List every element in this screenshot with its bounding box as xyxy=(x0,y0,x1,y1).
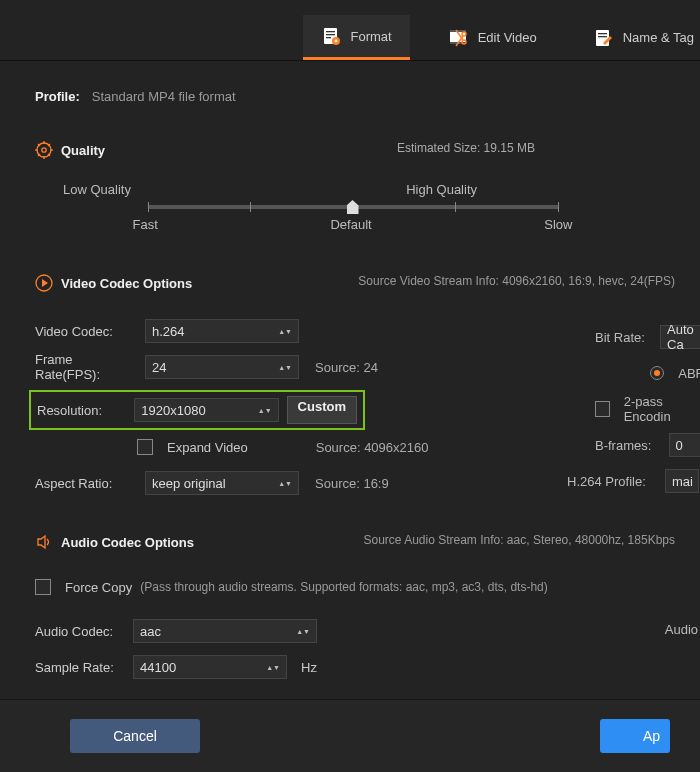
force-copy-hint: (Pass through audio streams. Supported f… xyxy=(140,580,548,594)
chevron-updown-icon: ▲▼ xyxy=(258,408,272,413)
chevron-updown-icon: ▲▼ xyxy=(278,365,292,370)
low-quality-label: Low Quality xyxy=(63,182,131,197)
format-icon xyxy=(321,25,343,47)
chevron-updown-icon: ▲▼ xyxy=(278,481,292,486)
two-pass-label: 2-pass Encodin xyxy=(624,394,700,424)
apply-label: Ap xyxy=(643,728,660,744)
cancel-button[interactable]: Cancel xyxy=(70,719,200,753)
chevron-updown-icon: ▲▼ xyxy=(266,665,280,670)
audio-source-info: Source Audio Stream Info: aac, Stereo, 4… xyxy=(363,533,675,547)
expand-video-label: Expand Video xyxy=(167,440,248,455)
bitrate-value: Auto Ca xyxy=(667,322,698,352)
sample-rate-select[interactable]: 44100 ▲▼ xyxy=(133,655,287,679)
speaker-icon xyxy=(35,533,53,551)
svg-point-17 xyxy=(42,148,46,152)
audio-codec-heading: Audio Codec Options xyxy=(35,533,194,551)
scissors-icon xyxy=(448,27,470,49)
estimated-size: Estimated Size: 19.15 MB xyxy=(397,141,535,155)
resolution-label: Resolution: xyxy=(37,403,126,418)
slow-label: Slow xyxy=(544,217,572,232)
tab-label: Name & Tag xyxy=(623,30,694,45)
sample-rate-value: 44100 xyxy=(140,660,176,675)
svg-rect-1 xyxy=(326,31,335,32)
tab-label: Edit Video xyxy=(478,30,537,45)
aspect-ratio-select[interactable]: keep original ▲▼ xyxy=(145,471,299,495)
force-copy-checkbox[interactable] xyxy=(35,579,51,595)
expand-video-checkbox[interactable] xyxy=(137,439,153,455)
two-pass-checkbox[interactable] xyxy=(595,401,610,417)
abr-radio[interactable] xyxy=(650,366,664,380)
h264-profile-select[interactable]: mai xyxy=(665,469,699,493)
audio-codec-value: aac xyxy=(140,624,161,639)
bitrate-select[interactable]: Auto Ca xyxy=(660,325,700,349)
resolution-select[interactable]: 1920x1080 ▲▼ xyxy=(134,398,278,422)
bframes-input[interactable]: 0 xyxy=(669,433,700,457)
sample-rate-label: Sample Rate: xyxy=(35,660,125,675)
svg-rect-3 xyxy=(326,37,331,38)
quality-slider[interactable]: Low Quality High Quality Fast Default Sl… xyxy=(63,182,642,232)
chevron-updown-icon: ▲▼ xyxy=(278,329,292,334)
bframes-label: B-frames: xyxy=(595,438,661,453)
cancel-label: Cancel xyxy=(113,728,157,744)
h264-profile-value: mai xyxy=(672,474,693,489)
slider-handle[interactable] xyxy=(347,200,359,214)
gear-icon xyxy=(35,141,53,159)
audio-codec-select[interactable]: aac ▲▼ xyxy=(133,619,317,643)
svg-rect-15 xyxy=(598,36,607,37)
frame-rate-source: Source: 24 xyxy=(315,360,378,375)
play-icon xyxy=(35,274,53,292)
custom-label: Custom xyxy=(298,399,346,414)
tab-name-tag[interactable]: Name & Tag xyxy=(575,15,700,60)
aspect-ratio-value: keep original xyxy=(152,476,226,491)
bframes-value: 0 xyxy=(676,438,683,453)
tab-format[interactable]: Format xyxy=(303,15,410,60)
slider-track[interactable] xyxy=(148,205,558,209)
default-label: Default xyxy=(330,217,371,232)
resolution-highlight: Resolution: 1920x1080 ▲▼ Custom xyxy=(29,390,365,430)
tab-label: Format xyxy=(351,29,392,44)
aspect-ratio-label: Aspect Ratio: xyxy=(35,476,137,491)
force-copy-label: Force Copy xyxy=(65,580,132,595)
frame-rate-value: 24 xyxy=(152,360,166,375)
video-codec-title: Video Codec Options xyxy=(61,276,192,291)
hz-label: Hz xyxy=(301,660,317,675)
resolution-value: 1920x1080 xyxy=(141,403,205,418)
svg-rect-13 xyxy=(596,30,609,46)
tab-bar: Format Edit Video Name & Tag xyxy=(0,0,700,61)
video-codec-label: Video Codec: xyxy=(35,324,137,339)
video-source-info: Source Video Stream Info: 4096x2160, 16:… xyxy=(358,274,675,288)
apply-button[interactable]: Ap xyxy=(600,719,670,753)
quality-heading: Quality xyxy=(35,141,105,159)
quality-title: Quality xyxy=(61,143,105,158)
audio-bitrate-label: Audio xyxy=(665,622,698,637)
resolution-source: Source: 4096x2160 xyxy=(316,440,429,455)
high-quality-label: High Quality xyxy=(406,182,477,197)
frame-rate-select[interactable]: 24 ▲▼ xyxy=(145,355,299,379)
profile-row: Profile: Standard MP4 file format xyxy=(35,81,670,129)
audio-codec-label: Audio Codec: xyxy=(35,624,125,639)
tab-edit-video[interactable]: Edit Video xyxy=(430,15,555,60)
bitrate-label: Bit Rate: xyxy=(595,330,652,345)
frame-rate-label: Frame Rate(FPS): xyxy=(35,352,137,382)
video-codec-heading: Video Codec Options xyxy=(35,274,192,292)
video-codec-select[interactable]: h.264 ▲▼ xyxy=(145,319,299,343)
footer: Cancel Ap xyxy=(0,699,700,772)
chevron-updown-icon: ▲▼ xyxy=(296,629,310,634)
fast-label: Fast xyxy=(133,217,158,232)
pencil-icon xyxy=(593,27,615,49)
video-codec-value: h.264 xyxy=(152,324,185,339)
aspect-ratio-source: Source: 16:9 xyxy=(315,476,389,491)
svg-rect-2 xyxy=(326,34,335,35)
abr-label: ABR xyxy=(678,366,700,381)
h264-profile-label: H.264 Profile: xyxy=(567,474,657,489)
svg-rect-14 xyxy=(598,33,607,34)
profile-value: Standard MP4 file format xyxy=(92,89,236,104)
svg-point-5 xyxy=(334,40,337,43)
audio-codec-title: Audio Codec Options xyxy=(61,535,194,550)
custom-resolution-button[interactable]: Custom xyxy=(287,396,357,424)
profile-label: Profile: xyxy=(35,89,80,104)
